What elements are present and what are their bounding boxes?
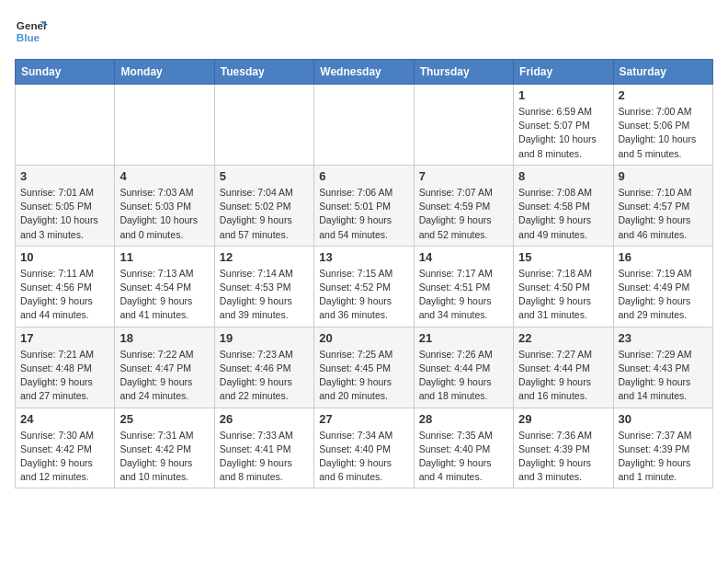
day-info: Sunrise: 7:08 AM Sunset: 4:58 PM Dayligh… — [518, 186, 608, 242]
calendar-cell: 4Sunrise: 7:03 AM Sunset: 5:03 PM Daylig… — [115, 165, 214, 246]
day-number: 8 — [518, 169, 608, 183]
day-number: 15 — [518, 250, 608, 264]
day-number: 22 — [518, 331, 608, 345]
day-info: Sunrise: 7:17 AM Sunset: 4:51 PM Dayligh… — [419, 267, 508, 323]
calendar-week-2: 3Sunrise: 7:01 AM Sunset: 5:05 PM Daylig… — [16, 165, 713, 246]
day-info: Sunrise: 7:01 AM Sunset: 5:05 PM Dayligh… — [20, 186, 109, 242]
col-header-tuesday: Tuesday — [214, 60, 313, 85]
day-info: Sunrise: 7:10 AM Sunset: 4:57 PM Dayligh… — [619, 186, 708, 242]
day-info: Sunrise: 7:06 AM Sunset: 5:01 PM Dayligh… — [319, 186, 408, 242]
day-info: Sunrise: 7:04 AM Sunset: 5:02 PM Dayligh… — [220, 186, 309, 242]
day-info: Sunrise: 7:22 AM Sunset: 4:47 PM Dayligh… — [119, 348, 209, 404]
calendar-cell: 3Sunrise: 7:01 AM Sunset: 5:05 PM Daylig… — [16, 165, 115, 246]
day-number: 14 — [419, 250, 508, 264]
day-info: Sunrise: 7:18 AM Sunset: 4:50 PM Dayligh… — [518, 267, 608, 323]
day-number: 5 — [220, 169, 309, 183]
day-number: 4 — [119, 169, 209, 183]
day-info: Sunrise: 7:33 AM Sunset: 4:41 PM Dayligh… — [220, 429, 309, 485]
calendar-cell — [214, 85, 313, 166]
day-info: Sunrise: 7:03 AM Sunset: 5:03 PM Dayligh… — [119, 186, 209, 242]
day-number: 10 — [20, 250, 109, 264]
day-info: Sunrise: 7:15 AM Sunset: 4:52 PM Dayligh… — [319, 267, 408, 323]
day-info: Sunrise: 7:31 AM Sunset: 4:42 PM Dayligh… — [119, 429, 209, 485]
day-number: 17 — [20, 331, 109, 345]
day-info: Sunrise: 7:34 AM Sunset: 4:40 PM Dayligh… — [319, 429, 408, 485]
calendar-cell — [414, 85, 513, 166]
calendar-cell — [115, 85, 214, 166]
calendar-cell: 26Sunrise: 7:33 AM Sunset: 4:41 PM Dayli… — [214, 408, 313, 488]
day-info: Sunrise: 7:11 AM Sunset: 4:56 PM Dayligh… — [20, 267, 109, 323]
calendar-cell: 17Sunrise: 7:21 AM Sunset: 4:48 PM Dayli… — [16, 327, 115, 408]
calendar: SundayMondayTuesdayWednesdayThursdayFrid… — [15, 59, 713, 488]
calendar-cell: 7Sunrise: 7:07 AM Sunset: 4:59 PM Daylig… — [414, 165, 513, 246]
svg-text:General: General — [17, 19, 48, 31]
day-number: 21 — [419, 331, 508, 345]
day-number: 13 — [319, 250, 408, 264]
calendar-cell: 18Sunrise: 7:22 AM Sunset: 4:47 PM Dayli… — [115, 327, 214, 408]
day-number: 27 — [319, 412, 408, 426]
calendar-cell: 20Sunrise: 7:25 AM Sunset: 4:45 PM Dayli… — [314, 327, 414, 408]
day-number: 2 — [619, 88, 708, 102]
calendar-cell: 23Sunrise: 7:29 AM Sunset: 4:43 PM Dayli… — [613, 327, 712, 408]
day-number: 19 — [220, 331, 309, 345]
day-info: Sunrise: 7:23 AM Sunset: 4:46 PM Dayligh… — [220, 348, 309, 404]
day-number: 29 — [518, 412, 608, 426]
logo-icon: General Blue — [15, 15, 48, 48]
calendar-cell: 21Sunrise: 7:26 AM Sunset: 4:44 PM Dayli… — [414, 327, 513, 408]
calendar-cell — [314, 85, 414, 166]
calendar-cell: 28Sunrise: 7:35 AM Sunset: 4:40 PM Dayli… — [414, 408, 513, 488]
calendar-cell — [16, 85, 115, 166]
day-number: 3 — [20, 169, 109, 183]
day-number: 23 — [619, 331, 708, 345]
calendar-header-row: SundayMondayTuesdayWednesdayThursdayFrid… — [16, 60, 713, 85]
col-header-thursday: Thursday — [414, 60, 513, 85]
calendar-week-3: 10Sunrise: 7:11 AM Sunset: 4:56 PM Dayli… — [16, 246, 713, 327]
day-number: 26 — [220, 412, 309, 426]
day-info: Sunrise: 7:35 AM Sunset: 4:40 PM Dayligh… — [419, 429, 508, 485]
day-info: Sunrise: 7:37 AM Sunset: 4:39 PM Dayligh… — [619, 429, 708, 485]
logo: General Blue — [15, 15, 48, 48]
calendar-cell: 24Sunrise: 7:30 AM Sunset: 4:42 PM Dayli… — [16, 408, 115, 488]
calendar-week-4: 17Sunrise: 7:21 AM Sunset: 4:48 PM Dayli… — [16, 327, 713, 408]
col-header-wednesday: Wednesday — [314, 60, 414, 85]
calendar-week-5: 24Sunrise: 7:30 AM Sunset: 4:42 PM Dayli… — [16, 408, 713, 488]
header: General Blue — [15, 15, 713, 48]
col-header-monday: Monday — [115, 60, 214, 85]
day-info: Sunrise: 7:00 AM Sunset: 5:06 PM Dayligh… — [619, 105, 708, 161]
calendar-cell: 30Sunrise: 7:37 AM Sunset: 4:39 PM Dayli… — [613, 408, 712, 488]
calendar-cell: 19Sunrise: 7:23 AM Sunset: 4:46 PM Dayli… — [214, 327, 313, 408]
day-number: 7 — [419, 169, 508, 183]
day-info: Sunrise: 7:30 AM Sunset: 4:42 PM Dayligh… — [20, 429, 109, 485]
calendar-cell: 5Sunrise: 7:04 AM Sunset: 5:02 PM Daylig… — [214, 165, 313, 246]
day-info: Sunrise: 7:13 AM Sunset: 4:54 PM Dayligh… — [119, 267, 209, 323]
day-number: 18 — [119, 331, 209, 345]
calendar-cell: 2Sunrise: 7:00 AM Sunset: 5:06 PM Daylig… — [613, 85, 712, 166]
day-number: 20 — [319, 331, 408, 345]
day-number: 24 — [20, 412, 109, 426]
day-info: Sunrise: 7:26 AM Sunset: 4:44 PM Dayligh… — [419, 348, 508, 404]
calendar-cell: 25Sunrise: 7:31 AM Sunset: 4:42 PM Dayli… — [115, 408, 214, 488]
calendar-cell: 12Sunrise: 7:14 AM Sunset: 4:53 PM Dayli… — [214, 246, 313, 327]
calendar-cell: 8Sunrise: 7:08 AM Sunset: 4:58 PM Daylig… — [514, 165, 613, 246]
calendar-cell: 1Sunrise: 6:59 AM Sunset: 5:07 PM Daylig… — [514, 85, 613, 166]
day-info: Sunrise: 6:59 AM Sunset: 5:07 PM Dayligh… — [518, 105, 608, 161]
calendar-cell: 22Sunrise: 7:27 AM Sunset: 4:44 PM Dayli… — [514, 327, 613, 408]
day-info: Sunrise: 7:36 AM Sunset: 4:39 PM Dayligh… — [518, 429, 608, 485]
col-header-sunday: Sunday — [16, 60, 115, 85]
calendar-cell: 29Sunrise: 7:36 AM Sunset: 4:39 PM Dayli… — [514, 408, 613, 488]
calendar-cell: 15Sunrise: 7:18 AM Sunset: 4:50 PM Dayli… — [514, 246, 613, 327]
day-number: 30 — [619, 412, 708, 426]
day-info: Sunrise: 7:19 AM Sunset: 4:49 PM Dayligh… — [619, 267, 708, 323]
calendar-cell: 16Sunrise: 7:19 AM Sunset: 4:49 PM Dayli… — [613, 246, 712, 327]
calendar-cell: 10Sunrise: 7:11 AM Sunset: 4:56 PM Dayli… — [16, 246, 115, 327]
calendar-cell: 6Sunrise: 7:06 AM Sunset: 5:01 PM Daylig… — [314, 165, 414, 246]
day-number: 25 — [119, 412, 209, 426]
svg-text:Blue: Blue — [17, 31, 40, 43]
calendar-cell: 11Sunrise: 7:13 AM Sunset: 4:54 PM Dayli… — [115, 246, 214, 327]
day-info: Sunrise: 7:25 AM Sunset: 4:45 PM Dayligh… — [319, 348, 408, 404]
calendar-cell: 27Sunrise: 7:34 AM Sunset: 4:40 PM Dayli… — [314, 408, 414, 488]
day-number: 28 — [419, 412, 508, 426]
day-info: Sunrise: 7:07 AM Sunset: 4:59 PM Dayligh… — [419, 186, 508, 242]
calendar-cell: 13Sunrise: 7:15 AM Sunset: 4:52 PM Dayli… — [314, 246, 414, 327]
col-header-friday: Friday — [514, 60, 613, 85]
